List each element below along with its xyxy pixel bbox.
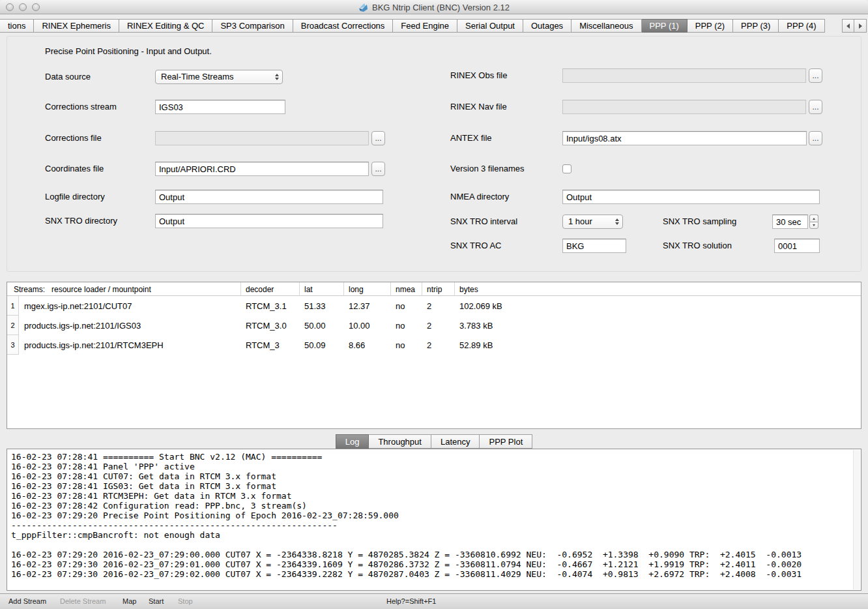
corrections-file-browse-button[interactable]: ... xyxy=(371,131,385,145)
stream-lat: 50.00 xyxy=(299,316,343,335)
logfile-directory-input[interactable] xyxy=(155,190,383,204)
stream-row[interactable]: 1mgex.igs-ip.net:2101/CUT07RTCM_3.151.33… xyxy=(7,296,861,316)
data-source-label: Data source xyxy=(45,70,91,84)
corrections-stream-label: Corrections stream xyxy=(45,100,117,114)
snx-tro-interval-label: SNX TRO interval xyxy=(450,215,517,229)
snx-tro-directory-input[interactable] xyxy=(155,214,383,228)
snx-tro-interval-select[interactable]: 1 hour xyxy=(562,215,623,229)
tab-broadcast-corrections[interactable]: Broadcast Corrections xyxy=(293,19,394,33)
stream-long: 10.00 xyxy=(343,316,390,335)
view-tab-bar: LogThroughputLatencyPPP Plot xyxy=(0,434,868,449)
corrections-stream-input[interactable] xyxy=(155,100,285,114)
delete-stream-button: Delete Stream xyxy=(60,597,106,605)
add-stream-button[interactable]: Add Stream xyxy=(8,597,46,605)
corrections-file-input xyxy=(155,131,369,145)
window-title: BKG Ntrip Client (BNC) Version 2.12 xyxy=(372,3,510,12)
rinex-obs-file-browse-button[interactable]: ... xyxy=(809,68,822,83)
stream-num: 1 xyxy=(7,296,19,316)
ppp-panel: Precise Point Positioning - Input and Ou… xyxy=(7,36,861,272)
stream-mountpoint: products.igs-ip.net:2101/RTCM3EPH xyxy=(19,335,240,355)
app-icon xyxy=(358,3,368,12)
stream-nmea: no xyxy=(390,335,422,355)
snx-tro-solution-label: SNX TRO solution xyxy=(663,239,732,253)
nmea-directory-input[interactable] xyxy=(562,190,820,204)
main-tab-bar: tionsRINEX EphemerisRINEX Editing & QCSP… xyxy=(0,19,825,33)
stream-nmea: no xyxy=(390,296,422,316)
close-window-button[interactable] xyxy=(6,3,14,11)
antex-file-input[interactable] xyxy=(562,131,807,145)
log-text: 16-02-23 07:28:41 ========== Start BNC v… xyxy=(7,449,852,587)
stream-long: 8.66 xyxy=(343,335,390,355)
stream-ntrip: 2 xyxy=(422,335,454,355)
stop-button: Stop xyxy=(178,597,193,605)
version3-filenames-checkbox[interactable] xyxy=(562,164,571,173)
stream-mountpoint: products.igs-ip.net:2101/IGS03 xyxy=(19,316,240,335)
snx-tro-solution-input[interactable] xyxy=(774,239,820,253)
antex-file-browse-button[interactable]: ... xyxy=(809,131,822,145)
tab-ppp-2[interactable]: PPP (2) xyxy=(687,19,733,33)
snx-tro-interval-value: 1 hour xyxy=(568,216,592,226)
minimize-window-button[interactable] xyxy=(19,3,27,11)
help-hint: Help?=Shift+F1 xyxy=(386,597,436,605)
bnc-window: BKG Ntrip Client (BNC) Version 2.12 tion… xyxy=(0,0,868,609)
popup-arrows-icon xyxy=(275,74,279,80)
traffic-lights xyxy=(6,3,40,11)
tab-rinex-editing-qc[interactable]: RINEX Editing & QC xyxy=(119,19,213,33)
map-button[interactable]: Map xyxy=(123,597,136,605)
rinex-obs-file-label: RINEX Obs file xyxy=(450,68,507,83)
stepper-up-icon[interactable] xyxy=(809,215,818,222)
streams-table-body: 1mgex.igs-ip.net:2101/CUT07RTCM_3.151.33… xyxy=(7,296,861,355)
view-tab-throughput[interactable]: Throughput xyxy=(369,434,431,449)
tab-scroll-left-icon[interactable] xyxy=(842,19,854,33)
tab-miscellaneous[interactable]: Miscellaneous xyxy=(571,19,641,33)
stream-lat: 50.09 xyxy=(299,335,343,355)
view-tab-latency[interactable]: Latency xyxy=(431,434,480,449)
tab-scroll-right-icon[interactable] xyxy=(854,19,867,33)
streams-header-ntrip: ntrip xyxy=(422,282,454,296)
stream-num: 3 xyxy=(7,335,19,355)
data-source-select[interactable]: Real-Time Streams xyxy=(155,70,283,84)
stream-decoder: RTCM_3.0 xyxy=(240,316,299,335)
stream-mountpoint: mgex.igs-ip.net:2101/CUT07 xyxy=(19,296,240,316)
snx-tro-ac-label: SNX TRO AC xyxy=(450,239,502,253)
tab-ppp-3[interactable]: PPP (3) xyxy=(733,19,779,33)
coordinates-file-input[interactable] xyxy=(155,162,369,176)
status-bar: Help?=Shift+F1 Add StreamDelete StreamMa… xyxy=(0,593,868,609)
tab-ppp-4[interactable]: PPP (4) xyxy=(779,19,824,33)
stream-row[interactable]: 2products.igs-ip.net:2101/IGS03RTCM_3.05… xyxy=(7,316,861,335)
log-scrollbar[interactable] xyxy=(853,450,860,589)
streams-header-bytes: bytes xyxy=(454,282,861,296)
tab-ppp-1[interactable]: PPP (1) xyxy=(642,19,687,33)
nmea-directory-label: NMEA directory xyxy=(450,190,509,204)
stream-row[interactable]: 3products.igs-ip.net:2101/RTCM3EPHRTCM_3… xyxy=(7,335,861,355)
rinex-nav-file-browse-button[interactable]: ... xyxy=(809,100,822,114)
logfile-directory-label: Logfile directory xyxy=(45,190,105,204)
snx-tro-ac-input[interactable] xyxy=(562,239,626,253)
view-tab-log[interactable]: Log xyxy=(336,434,369,449)
stream-bytes: 52.89 kB xyxy=(454,335,861,355)
tab-feed-engine[interactable]: Feed Engine xyxy=(393,19,457,33)
snx-tro-sampling-stepper xyxy=(809,215,818,229)
stepper-down-icon[interactable] xyxy=(809,222,818,229)
antex-file-label: ANTEX file xyxy=(450,131,492,145)
tab-outages[interactable]: Outages xyxy=(523,19,571,33)
rinex-nav-file-label: RINEX Nav file xyxy=(450,100,507,114)
tab-sp3-comparison[interactable]: SP3 Comparison xyxy=(212,19,293,33)
tab-serial-output[interactable]: Serial Output xyxy=(457,19,523,33)
streams-table-header: Streams: resource loader / mountpointdec… xyxy=(7,282,861,296)
stream-bytes: 102.069 kB xyxy=(454,296,861,316)
start-button[interactable]: Start xyxy=(149,597,164,605)
streams-header-lat: lat xyxy=(299,282,343,296)
stream-nmea: no xyxy=(390,316,422,335)
rinex-obs-file-input xyxy=(562,68,806,83)
streams-table: Streams: resource loader / mountpointdec… xyxy=(7,282,861,429)
snx-tro-sampling-input[interactable] xyxy=(772,215,808,229)
tab-rinex-ephemeris[interactable]: RINEX Ephemeris xyxy=(34,19,119,33)
tab-tions[interactable]: tions xyxy=(0,19,34,33)
view-tab-ppp-plot[interactable]: PPP Plot xyxy=(480,434,532,449)
zoom-window-button[interactable] xyxy=(32,3,40,11)
coordinates-file-browse-button[interactable]: ... xyxy=(371,162,385,176)
stream-num: 2 xyxy=(7,316,19,335)
streams-header-streams-resource: Streams: resource loader / mountpoint xyxy=(7,282,240,296)
streams-header-decoder: decoder xyxy=(240,282,299,296)
